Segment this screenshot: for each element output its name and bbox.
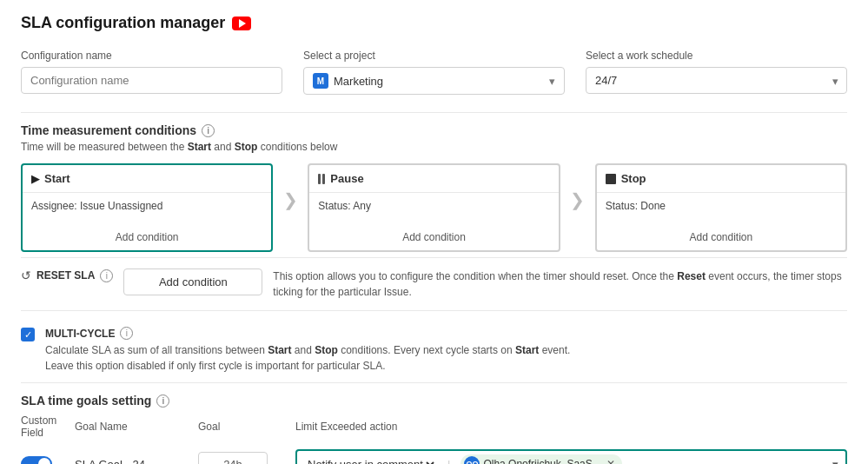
- start-condition-body: Assignee: Issue Unassigned: [23, 193, 271, 224]
- reset-icon: ↺: [21, 268, 31, 282]
- col-goal-name: Goal Name: [75, 421, 188, 433]
- project-chevron-icon: ▾: [549, 75, 555, 88]
- time-conditions-section: Time measurement conditions i Time will …: [21, 123, 847, 252]
- sla-col-headers: Custom Field Goal Name Goal Limit Exceed…: [21, 414, 847, 439]
- user-badge: OO Olha Onofriichuk_SaaS... ✕: [461, 454, 621, 464]
- time-conditions-info-icon[interactable]: i: [202, 124, 215, 137]
- stop-condition-col: Stop Status: Done Add condition: [595, 163, 847, 252]
- page-title-area: SLA configuration manager: [21, 14, 847, 32]
- reset-sla-row: ↺ RESET SLA i Add condition This option …: [21, 257, 847, 311]
- stop-icon: [606, 174, 616, 184]
- conditions-grid: ▶ Start Assignee: Issue Unassigned Add c…: [21, 163, 847, 252]
- config-name-group: Configuration name: [21, 50, 282, 95]
- subtitle-start: Start: [188, 141, 211, 153]
- reset-sla-desc: This option allows you to configure the …: [273, 268, 847, 300]
- multicycle-checkbox[interactable]: [21, 328, 35, 341]
- goal-name: SLA Goal - 24: [75, 458, 188, 465]
- limit-exceeded-row: Notify user in comment | OO Olha Onofrii…: [295, 449, 847, 464]
- time-conditions-subtitle: Time will be measured between the Start …: [21, 141, 847, 153]
- pause-add-condition[interactable]: Add condition: [309, 224, 558, 250]
- pause-label: Pause: [330, 172, 363, 185]
- sla-goals-info-icon[interactable]: i: [156, 394, 169, 408]
- time-conditions-title-row: Time measurement conditions i: [21, 123, 847, 137]
- mc-stop: Stop: [315, 344, 338, 356]
- goal-toggle[interactable]: [21, 456, 52, 464]
- mc-start2: Start: [515, 344, 539, 356]
- start-add-condition[interactable]: Add condition: [23, 224, 271, 250]
- multicycle-row: MULTI-CYCLE i Calculate SLA as sum of al…: [21, 318, 847, 383]
- schedule-group: Select a work schedule 24/7 ▾: [586, 50, 847, 95]
- sla-goal-row: SLA Goal - 24 Notify user in comment | O…: [21, 444, 847, 464]
- time-conditions-title: Time measurement conditions: [21, 123, 196, 137]
- config-name-input[interactable]: [21, 67, 282, 94]
- limit-chevron-icon[interactable]: ▾: [832, 458, 838, 465]
- user-badge-close[interactable]: ✕: [606, 458, 615, 464]
- subtitle-stop: Stop: [235, 141, 258, 153]
- sla-goals-title-row: SLA time goals setting i: [21, 394, 847, 408]
- schedule-select[interactable]: 24/7: [586, 67, 847, 94]
- pause-condition-header: Pause: [309, 165, 558, 193]
- multicycle-label: MULTI-CYCLE: [45, 328, 115, 340]
- play-icon: ▶: [31, 173, 39, 185]
- project-select[interactable]: M Marketing ▾: [303, 67, 565, 95]
- page-title: SLA configuration manager: [21, 14, 225, 32]
- user-name: Olha Onofriichuk_SaaS...: [483, 458, 600, 464]
- start-label: Start: [44, 172, 70, 185]
- stop-condition-body: Status: Done: [597, 193, 845, 224]
- pause-icon: [318, 174, 325, 184]
- col-goal: Goal: [198, 421, 285, 433]
- stop-label: Stop: [621, 172, 646, 185]
- stop-condition-text: Status: Done: [606, 200, 666, 212]
- mc-start: Start: [268, 344, 291, 356]
- stop-condition-header: Stop: [597, 165, 845, 193]
- pause-condition-text: Status: Any: [318, 200, 371, 212]
- start-condition-col: ▶ Start Assignee: Issue Unassigned Add c…: [21, 163, 273, 252]
- multicycle-desc: Calculate SLA as sum of all transitions …: [45, 342, 570, 374]
- pause-condition-body: Status: Any: [309, 193, 558, 224]
- pause-condition-col: Pause Status: Any Add condition: [308, 163, 560, 252]
- goal-value-input[interactable]: [198, 452, 268, 465]
- youtube-icon[interactable]: [232, 17, 251, 30]
- reset-sla-left: ↺ RESET SLA i: [21, 268, 113, 282]
- start-condition-header: ▶ Start: [23, 165, 271, 193]
- multicycle-content: MULTI-CYCLE i Calculate SLA as sum of al…: [45, 327, 570, 374]
- arrow-separator-2: ❯: [560, 163, 595, 210]
- start-condition-text: Assignee: Issue Unassigned: [31, 200, 162, 212]
- multicycle-info-icon[interactable]: i: [120, 327, 133, 340]
- reset-sla-label: RESET SLA: [36, 269, 95, 282]
- notify-action-select[interactable]: Notify user in comment: [304, 457, 437, 465]
- config-form-row: Configuration name Select a project M Ma…: [21, 50, 847, 95]
- project-label: Select a project: [303, 50, 565, 62]
- sla-goals-title: SLA time goals setting: [21, 394, 151, 408]
- schedule-select-wrapper: 24/7 ▾: [586, 67, 847, 94]
- col-custom-field: Custom Field: [21, 414, 64, 439]
- sla-goals-section: SLA time goals setting i Custom Field Go…: [21, 394, 847, 464]
- stop-add-condition[interactable]: Add condition: [597, 224, 845, 250]
- project-group: Select a project M Marketing ▾: [303, 50, 565, 95]
- reset-sla-info-icon[interactable]: i: [100, 269, 113, 282]
- divider-1: [21, 112, 847, 113]
- user-avatar: OO: [464, 456, 480, 464]
- schedule-label: Select a work schedule: [586, 50, 847, 62]
- divider-icon: |: [447, 458, 450, 465]
- arrow-separator-1: ❯: [273, 163, 308, 210]
- project-value: Marketing: [334, 75, 383, 88]
- col-limit-exceeded: Limit Exceeded action: [295, 421, 847, 433]
- config-name-label: Configuration name: [21, 50, 282, 62]
- reset-keyword: Reset: [677, 270, 706, 282]
- reset-add-condition-button[interactable]: Add condition: [123, 268, 262, 295]
- project-icon: M: [313, 73, 328, 89]
